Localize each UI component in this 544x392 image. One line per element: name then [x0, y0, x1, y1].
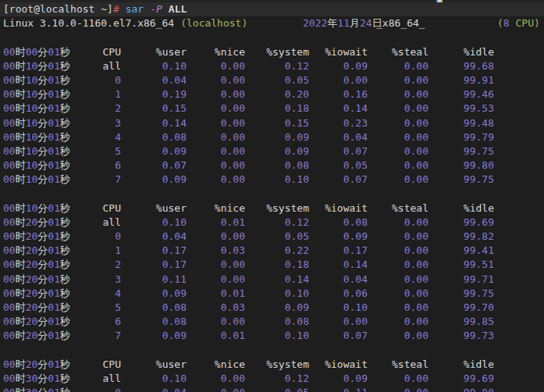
sar-data-row: 00时20分01秒40.090.010.100.060.0099.75: [0, 287, 544, 301]
column-header: %nice: [187, 201, 245, 216]
metric-value: 0.14: [245, 273, 309, 287]
metric-value: 0.08: [121, 130, 187, 144]
column-header: CPU: [78, 201, 121, 216]
metric-value: 0.00: [368, 258, 428, 272]
cpu-id: 0: [78, 386, 121, 392]
metric-value: 0.10: [121, 59, 187, 73]
metric-value: 0.05: [245, 230, 309, 244]
column-header: CPU: [78, 45, 121, 59]
system-info-line: Linux 3.10.0-1160.el7.x86_64(localhost) …: [0, 16, 544, 30]
metric-value: 0.00: [368, 59, 428, 73]
metric-value: 0.00: [187, 59, 245, 73]
metric-value: 0.00: [187, 159, 245, 173]
metric-value: 0.00: [368, 116, 428, 130]
metric-value: 0.12: [245, 216, 309, 230]
metric-value: 0.06: [309, 287, 368, 301]
prompt-hash: #: [113, 3, 119, 15]
blank-line: [0, 30, 544, 45]
column-header: %nice: [187, 358, 245, 372]
metric-value: 0.00: [368, 273, 428, 287]
sar-data-row: 00时20分01秒20.170.000.180.140.0099.51: [0, 258, 544, 272]
cpu-id: 1: [78, 244, 121, 258]
timestamp: 00时20分01秒: [3, 273, 78, 287]
cpu-id: 5: [78, 144, 121, 159]
metric-value: 0.00: [368, 386, 428, 392]
cpu-id: 0: [78, 73, 121, 87]
metric-value: 0.04: [121, 230, 187, 244]
metric-value: 0.00: [368, 144, 428, 159]
metric-value: 0.00: [309, 315, 368, 329]
metric-value: 0.05: [309, 159, 368, 173]
sar-data-row: 00时10分01秒30.140.000.150.230.0099.48: [0, 116, 544, 130]
prompt-user-host: [root@localhost ~]: [3, 3, 113, 15]
metric-value: 0.00: [187, 73, 245, 87]
metric-value: 0.18: [245, 102, 309, 116]
timestamp: 00时20分01秒: [3, 315, 78, 329]
blank-line: [0, 187, 544, 201]
metric-value: 99.73: [428, 329, 494, 343]
cpu-id: 2: [78, 258, 121, 272]
metric-value: 0.08: [121, 301, 187, 315]
sar-header-row: 00时20分01秒CPU%user%nice%system%iowait%ste…: [0, 358, 544, 372]
timestamp: 00时20分01秒: [3, 244, 78, 258]
column-header: CPU: [78, 358, 121, 372]
metric-value: 0.08: [121, 315, 187, 329]
cpu-id: 3: [78, 273, 121, 287]
cpu-id: 4: [78, 130, 121, 144]
column-header: %steal: [368, 201, 428, 216]
metric-value: 0.17: [309, 244, 368, 258]
cpu-id: 6: [78, 315, 121, 329]
timestamp: 00时20分01秒: [3, 230, 78, 244]
column-header: %steal: [368, 45, 428, 59]
timestamp: 00时10分01秒: [3, 159, 78, 173]
sar-data-row: 00时20分01秒all0.100.010.120.080.0099.69: [0, 216, 544, 230]
cpu-id: all: [78, 216, 121, 230]
sar-data-row: 00时10分01秒all0.100.000.120.090.0099.68: [0, 59, 544, 73]
metric-value: 99.68: [428, 59, 494, 73]
metric-value: 0.04: [121, 73, 187, 87]
metric-value: 0.07: [121, 159, 187, 173]
timestamp: 00时10分01秒: [3, 102, 78, 116]
metric-value: 0.00: [309, 73, 368, 87]
metric-value: 99.79: [428, 130, 494, 144]
metric-value: 0.00: [368, 87, 428, 102]
metric-value: 0.10: [245, 329, 309, 343]
metric-value: 0.00: [368, 287, 428, 301]
metric-value: 99.69: [428, 216, 494, 230]
metric-value: 0.00: [368, 73, 428, 87]
metric-value: 0.09: [121, 173, 187, 187]
metric-value: 0.10: [121, 372, 187, 386]
metric-value: 0.09: [121, 329, 187, 343]
hostname: (localhost): [180, 17, 247, 29]
column-header: %iowait: [309, 201, 368, 216]
column-header: %system: [245, 45, 309, 59]
metric-value: 0.08: [245, 159, 309, 173]
terminal-output[interactable]: [root@localhost ~]#sar-PALL Linux 3.10.0…: [0, 2, 544, 392]
column-header: %system: [245, 201, 309, 216]
timestamp: 00时10分01秒: [3, 130, 78, 144]
column-header: %steal: [368, 358, 428, 372]
column-header: %nice: [187, 45, 245, 59]
metric-value: 99.46: [428, 87, 494, 102]
cpu-id: 7: [78, 173, 121, 187]
sar-data-row: 00时10分01秒70.090.000.100.070.0099.75: [0, 173, 544, 187]
metric-value: 0.00: [368, 159, 428, 173]
metric-value: 0.04: [309, 273, 368, 287]
timestamp: 00时20分01秒: [3, 301, 78, 315]
metric-value: 0.00: [187, 230, 245, 244]
sar-header-row: 00时00分01秒CPU%user%nice%system%iowait%ste…: [0, 45, 544, 59]
metric-value: 0.16: [309, 87, 368, 102]
metric-value: 0.22: [245, 244, 309, 258]
metric-value: 99.91: [428, 73, 494, 87]
command-name: sar: [126, 3, 144, 15]
metric-value: 0.09: [121, 287, 187, 301]
metric-value: 0.00: [368, 130, 428, 144]
metric-value: 0.00: [187, 130, 245, 144]
sar-header-row: 00时10分01秒CPU%user%nice%system%iowait%ste…: [0, 201, 544, 216]
metric-value: 99.48: [428, 116, 494, 130]
sar-data-row: 00时10分01秒40.080.000.090.040.0099.79: [0, 130, 544, 144]
column-header: %system: [245, 358, 309, 372]
sar-data-row: 00时10分01秒60.070.000.080.050.0099.80: [0, 159, 544, 173]
timestamp: 00时10分01秒: [3, 116, 78, 130]
metric-value: 0.00: [368, 102, 428, 116]
